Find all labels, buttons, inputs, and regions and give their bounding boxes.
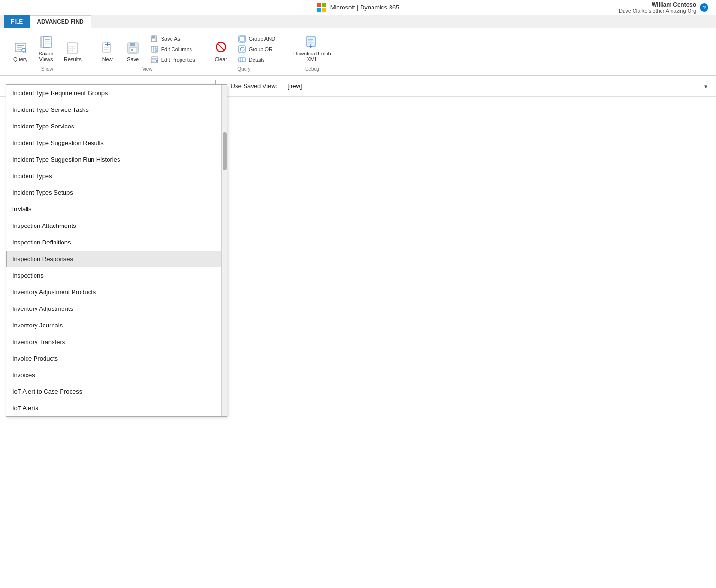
details-label: Details <box>249 57 265 63</box>
download-fetch-xml-label: Download FetchXML <box>293 51 331 62</box>
saved-view-select[interactable]: [new] <box>283 80 710 92</box>
svg-line-44 <box>218 44 224 50</box>
save-as-button[interactable]: Save As <box>148 34 183 44</box>
new-label: New <box>102 56 113 62</box>
saved-view-select-wrap[interactable]: [new] ▾ <box>283 80 710 92</box>
svg-rect-29 <box>152 36 155 38</box>
results-label: Results <box>64 56 82 62</box>
user-area: William Contoso Dave Clarke's other Amaz… <box>619 1 708 14</box>
user-name: William Contoso <box>619 1 696 8</box>
group-and-icon <box>238 35 246 43</box>
query-small-buttons: Group AND Group OR <box>236 34 278 64</box>
user-info: William Contoso Dave Clarke's other Amaz… <box>619 1 696 14</box>
new-button[interactable]: New <box>97 38 118 64</box>
edit-columns-label: Edit Columns <box>161 46 192 52</box>
svg-rect-49 <box>239 58 245 62</box>
view-group-label: View <box>142 66 153 72</box>
saved-views-button[interactable]: SavedViews <box>35 32 57 64</box>
svg-rect-46 <box>240 36 245 41</box>
saved-views-icon <box>38 35 54 50</box>
show-buttons: Query SavedViews <box>9 32 85 64</box>
top-bar: Microsoft | Dynamics 365 William Contoso… <box>0 0 716 15</box>
dropdown-item[interactable]: Incident Type Service Tasks <box>6 101 221 109</box>
tab-file[interactable]: FILE <box>4 15 30 28</box>
query-icon <box>13 40 28 55</box>
lookfor-dropdown[interactable]: Incident Type Requirement GroupsIncident… <box>6 84 227 109</box>
query-buttons: Clear Group AND <box>210 32 278 64</box>
clear-icon <box>213 40 228 55</box>
results-icon <box>65 40 80 55</box>
svg-line-5 <box>25 52 26 53</box>
saved-view-label: Use Saved View: <box>231 82 278 90</box>
edit-properties-button[interactable]: Edit Properties <box>148 55 198 64</box>
query-group-label: Query <box>237 66 250 72</box>
edit-columns-button[interactable]: Edit Columns <box>148 45 195 54</box>
download-fetch-xml-icon <box>305 35 320 50</box>
edit-properties-label: Edit Properties <box>161 57 195 63</box>
results-button[interactable]: Results <box>61 38 85 64</box>
clear-button[interactable]: Clear <box>210 38 232 64</box>
new-icon <box>100 40 115 55</box>
query-button[interactable]: Query <box>9 38 31 64</box>
save-as-label: Save As <box>161 36 180 42</box>
svg-rect-30 <box>152 39 156 41</box>
dropdown-item[interactable]: Incident Type Requirement Groups <box>6 85 221 101</box>
group-and-button[interactable]: Group AND <box>236 34 278 44</box>
group-or-button[interactable]: Group OR <box>236 45 275 54</box>
ribbon-group-debug: Download FetchXML Debug <box>284 30 340 73</box>
tab-advanced-find[interactable]: ADVANCED FIND <box>30 15 91 28</box>
details-icon <box>238 56 246 63</box>
edit-properties-icon <box>151 56 158 63</box>
ribbon-group-query: Clear Group AND <box>204 30 284 73</box>
debug-group-label: Debug <box>305 66 319 72</box>
download-fetch-xml-button[interactable]: Download FetchXML <box>290 32 335 64</box>
ribbon-content: Query SavedViews <box>0 28 716 75</box>
ribbon-group-view: New Save <box>91 30 204 73</box>
group-or-icon <box>238 45 246 53</box>
brand-area: Microsoft | Dynamics 365 <box>317 3 399 12</box>
svg-rect-27 <box>131 49 133 51</box>
save-as-icon <box>151 35 158 43</box>
edit-columns-icon <box>151 45 158 53</box>
save-icon <box>126 40 141 55</box>
saved-views-label: SavedViews <box>38 51 53 62</box>
svg-rect-8 <box>43 37 52 47</box>
dropdown-list[interactable]: Incident Type Requirement GroupsIncident… <box>6 85 221 109</box>
details-button[interactable]: Details <box>236 55 268 64</box>
group-and-label: Group AND <box>249 36 275 42</box>
user-org: Dave Clarke's other Amazing Org <box>619 8 696 14</box>
svg-rect-47 <box>239 46 245 53</box>
save-button[interactable]: Save <box>122 38 144 64</box>
clear-label: Clear <box>215 56 227 62</box>
show-group-label: Show <box>41 66 53 72</box>
microsoft-logo <box>317 3 326 12</box>
svg-rect-25 <box>130 43 135 46</box>
debug-buttons: Download FetchXML <box>290 32 335 64</box>
help-button[interactable]: ? <box>700 3 708 12</box>
dropdown-scrollbar[interactable] <box>221 85 227 109</box>
query-label: Query <box>13 56 27 62</box>
brand-text: Microsoft | Dynamics 365 <box>330 4 399 11</box>
view-buttons: New Save <box>97 32 198 64</box>
view-small-buttons: Save As <box>148 34 198 64</box>
group-or-label: Group OR <box>249 46 272 52</box>
svg-point-48 <box>240 47 244 51</box>
ribbon: FILE ADVANCED FIND <box>0 15 716 76</box>
save-label: Save <box>127 56 139 62</box>
ribbon-group-show: Query SavedViews <box>4 30 91 73</box>
ribbon-tabs: FILE ADVANCED FIND <box>0 15 716 28</box>
